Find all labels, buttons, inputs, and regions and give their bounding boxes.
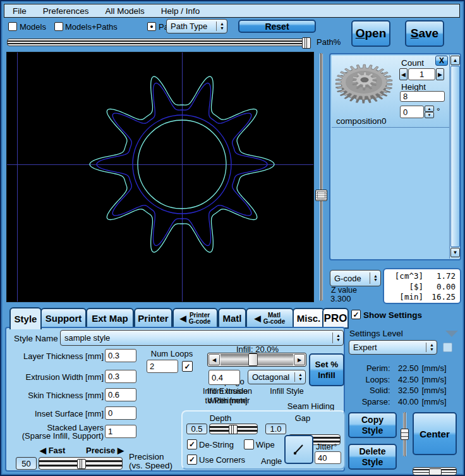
- left-triangle-icon: ◀: [40, 446, 46, 455]
- use-corners-checkbox[interactable]: ✓: [187, 455, 197, 465]
- copy-style-button[interactable]: CopyStyle: [348, 412, 397, 438]
- path-type-dropdown[interactable]: Path Type ▲▼: [166, 19, 227, 34]
- angle-label: Angle: [261, 456, 282, 466]
- show-settings-checkbox[interactable]: ✓: [351, 310, 361, 319]
- divider: [370, 272, 370, 284]
- tab-matl[interactable]: Matl: [218, 308, 246, 329]
- stacked-layers-input[interactable]: 1: [105, 425, 136, 438]
- scrollbar-thumb[interactable]: [450, 66, 460, 247]
- jitter-input[interactable]: 40: [315, 451, 341, 464]
- menu-bar: File Preferences All Models Help / Info: [4, 4, 460, 18]
- style-vertical-slider[interactable]: [400, 412, 409, 456]
- path-percent-slider[interactable]: [7, 39, 310, 46]
- tab-pro[interactable]: PRO: [322, 308, 349, 329]
- gear-thumbnail-image: [334, 62, 399, 110]
- tab-ext-map[interactable]: Ext Map: [86, 308, 134, 329]
- depth-slider-handle[interactable]: [229, 425, 238, 434]
- speed-row: Perim:22.50[mm/s]: [349, 363, 455, 374]
- infill-slider-right-arrow[interactable]: ▶: [294, 354, 305, 365]
- seam-hiding-group: Depth Gap 0.5 1.0 ✓ De-String ✓ Wipe ✓ U…: [181, 410, 346, 470]
- rotation-input[interactable]: 0: [400, 106, 424, 118]
- menu-preferences[interactable]: Preferences: [43, 6, 89, 16]
- z-value-label: Z value: [331, 286, 357, 295]
- rotation-up-button[interactable]: ▲: [425, 106, 434, 112]
- destring-label: De-String: [199, 440, 234, 449]
- layer-thickness-label: Layer Thickness [mm]: [6, 351, 104, 361]
- count-decrement-button[interactable]: ◀: [399, 68, 408, 80]
- delete-style-button[interactable]: DeleteStyle: [348, 444, 397, 470]
- rotation-down-button[interactable]: ▼: [425, 112, 434, 118]
- models-paths-checkbox[interactable]: ✓: [54, 22, 63, 31]
- layer-thickness-input[interactable]: 0.3: [105, 349, 136, 362]
- inset-surface-input[interactable]: 0: [105, 406, 136, 420]
- precision-slider-handle[interactable]: [77, 459, 86, 469]
- count-increment-button[interactable]: ▶: [436, 68, 444, 80]
- num-loops-checkbox[interactable]: ✓: [182, 361, 193, 372]
- infill-slider-handle[interactable]: [248, 353, 258, 366]
- precision-sublabel: (vs. Speed): [129, 461, 172, 470]
- z-slider-track: [320, 53, 323, 301]
- infill-slider[interactable]: ◀ ▶: [207, 353, 306, 367]
- app-window: File Preferences All Models Help / Info …: [0, 0, 465, 476]
- skin-thickness-input[interactable]: 0.6: [105, 388, 136, 401]
- tab-misc[interactable]: Misc.: [293, 308, 325, 329]
- menu-help-info[interactable]: Help / Info: [161, 6, 200, 16]
- center-horizontal-slider[interactable]: [413, 467, 457, 475]
- gap-value-box: 1.0: [265, 424, 286, 434]
- tab-support[interactable]: Support: [40, 308, 87, 329]
- angle-button[interactable]: [284, 435, 313, 464]
- show-settings-label: Show Settings: [363, 310, 422, 320]
- horizontal-slider-handle[interactable]: [429, 468, 442, 475]
- destring-checkbox[interactable]: ✓: [187, 439, 197, 449]
- menu-file[interactable]: File: [13, 6, 27, 16]
- count-input[interactable]: 1: [408, 68, 435, 80]
- scroll-down-button[interactable]: ▼: [450, 248, 460, 257]
- tab-printer-gcode[interactable]: ◀ PrinterG-code: [172, 308, 218, 329]
- collapse-triangle-icon[interactable]: [445, 331, 458, 337]
- open-button[interactable]: Open: [351, 20, 390, 47]
- updown-arrows-icon: ▲▼: [296, 373, 305, 381]
- z-layer-slider[interactable]: [315, 53, 327, 301]
- infill-slider-left-arrow[interactable]: ◀: [208, 354, 220, 365]
- style-name-dropdown[interactable]: sample style ▲▼: [60, 330, 344, 346]
- menu-all-models[interactable]: All Models: [106, 6, 145, 16]
- reset-button[interactable]: Reset: [238, 20, 316, 33]
- inset-surface-label: Inset Surface [mm]: [6, 409, 104, 418]
- depth-slider[interactable]: [209, 424, 258, 434]
- composition-list-item[interactable]: Count ◀ 1 ▶ Height 8 0 ▲ ▼ ° composition…: [332, 56, 449, 128]
- divider: [294, 372, 295, 382]
- tab-printer[interactable]: Printer: [134, 308, 172, 329]
- right-triangle-icon: ▶: [118, 446, 124, 455]
- infill-style-dropdown[interactable]: Octagonal ▲▼: [248, 370, 306, 384]
- path-preview-canvas[interactable]: [6, 52, 314, 302]
- num-loops-input[interactable]: 2: [147, 360, 178, 373]
- extrusion-width-input[interactable]: 0.3: [105, 370, 136, 383]
- settings-level-value: Expert: [349, 343, 425, 352]
- settings-level-aux-checkbox[interactable]: ✓: [443, 343, 452, 352]
- z-slider-handle[interactable]: [315, 190, 327, 201]
- updown-arrows-icon: ▲▼: [334, 334, 343, 342]
- composition-panel: Count ◀ 1 ▶ Height 8 0 ▲ ▼ ° composition…: [329, 53, 461, 260]
- vertical-slider-handle[interactable]: [401, 429, 409, 440]
- style-name-label: Style Name: [14, 334, 58, 343]
- tab-matl-gcode[interactable]: ◀ MatlG-code: [246, 308, 294, 329]
- infill-slider-track[interactable]: [220, 354, 293, 365]
- scroll-up-button[interactable]: ▲: [450, 56, 460, 65]
- models-checkbox[interactable]: ✓: [8, 22, 17, 31]
- center-button[interactable]: Center: [413, 412, 457, 455]
- gcode-dropdown[interactable]: G-code ▲▼: [330, 270, 381, 286]
- style-settings-panel: Style Name sample style ▲▼ Layer Thickne…: [5, 327, 345, 472]
- path-percent-slider-handle[interactable]: [302, 37, 311, 49]
- save-button[interactable]: Save: [405, 20, 444, 47]
- precision-slider[interactable]: [39, 457, 123, 470]
- tab-style[interactable]: Style: [9, 307, 42, 329]
- wipe-checkbox[interactable]: ✓: [244, 439, 254, 449]
- infill-extrusion-width-input[interactable]: 0.4: [208, 370, 240, 385]
- height-input[interactable]: 8: [400, 91, 445, 102]
- paths-checkbox[interactable]: ●: [147, 22, 156, 31]
- precision-value-box: 50: [16, 457, 37, 470]
- back-arrow-icon: ◀: [255, 314, 261, 323]
- close-composition-button[interactable]: X: [435, 56, 448, 66]
- settings-level-dropdown[interactable]: Expert ▲▼: [349, 340, 437, 355]
- set-infill-button[interactable]: Set % Infill: [309, 353, 344, 386]
